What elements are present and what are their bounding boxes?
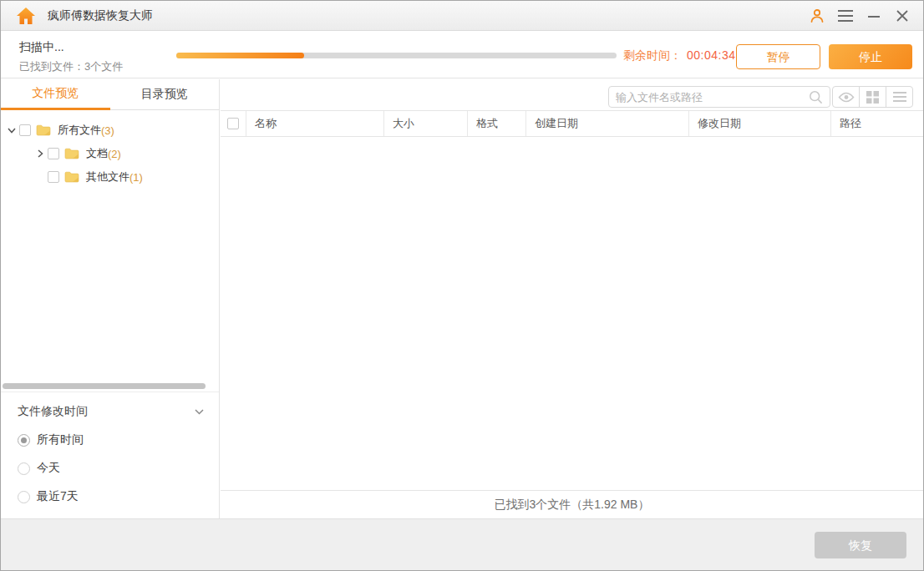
chevron-down-icon xyxy=(195,409,204,415)
list-view-button[interactable] xyxy=(886,87,912,107)
filter-panel: 文件修改时间 所有时间 今天 最近7天 自定义时段 xyxy=(1,392,219,533)
tree-item-label: 其他文件 xyxy=(86,169,129,184)
minimize-button[interactable] xyxy=(860,1,888,31)
search-input[interactable] xyxy=(609,88,809,106)
column-header-modified[interactable]: 修改日期 xyxy=(688,111,830,136)
radio-label: 所有时间 xyxy=(37,432,84,447)
filter-header[interactable]: 文件修改时间 xyxy=(1,392,219,419)
radio-label: 今天 xyxy=(37,461,60,476)
checkbox[interactable] xyxy=(48,171,59,183)
user-icon xyxy=(810,8,825,23)
select-all-cell xyxy=(221,111,246,136)
radio[interactable] xyxy=(18,462,30,475)
minimize-icon xyxy=(868,10,880,22)
sidebar: 文件预览 目录预览 所有文件(3) xyxy=(1,79,220,520)
bottom-bar: 恢复 xyxy=(1,518,923,570)
chevron-right-icon[interactable] xyxy=(34,148,46,159)
list-icon xyxy=(893,92,906,102)
checkbox[interactable] xyxy=(48,148,59,159)
search-icon[interactable] xyxy=(809,90,823,104)
folder-icon xyxy=(36,124,51,136)
tree-item-other-files[interactable]: 其他文件(1) xyxy=(1,165,219,189)
pause-button[interactable]: 暂停 xyxy=(736,44,820,69)
horizontal-scrollbar[interactable] xyxy=(3,383,206,389)
tree-item-label: 所有文件 xyxy=(58,123,101,138)
main-toolbar xyxy=(221,79,923,110)
app-title: 疯师傅数据恢复大师 xyxy=(48,8,153,23)
progress-fill xyxy=(176,53,304,58)
titlebar: 疯师傅数据恢复大师 xyxy=(1,1,923,31)
tab-directory-preview[interactable]: 目录预览 xyxy=(110,79,220,110)
filter-option-today[interactable]: 今天 xyxy=(1,461,219,476)
scan-found-text: 已找到文件：3个文件 xyxy=(19,59,123,74)
app-window: 疯师傅数据恢复大师 扫描中... 已 xyxy=(0,0,924,571)
menu-button[interactable] xyxy=(831,1,860,31)
file-list-empty-area xyxy=(221,138,923,490)
tree-item-count: (3) xyxy=(101,124,114,137)
filter-title: 文件修改时间 xyxy=(18,404,195,419)
remaining-time: 剩余时间： 00:04:34 xyxy=(623,48,736,63)
scan-status-text: 扫描中... xyxy=(19,40,64,55)
tree-item-label: 文档 xyxy=(86,146,108,161)
tree-item-count: (1) xyxy=(129,171,143,184)
search-box xyxy=(608,86,830,108)
main-panel: 名称 大小 格式 创建日期 修改日期 路径 已找到3个文件（共1.92 MB） xyxy=(221,79,923,518)
checkbox[interactable] xyxy=(19,124,31,136)
table-header: 名称 大小 格式 创建日期 修改日期 路径 xyxy=(221,110,923,137)
tab-file-preview[interactable]: 文件预览 xyxy=(1,79,110,110)
hamburger-icon xyxy=(838,10,853,22)
close-icon xyxy=(896,10,908,22)
tree-item-count: (2) xyxy=(108,148,121,160)
remaining-value: 00:04:34 xyxy=(687,48,736,63)
stop-button[interactable]: 停止 xyxy=(829,44,912,69)
select-all-checkbox[interactable] xyxy=(227,118,239,129)
preview-toggle-button[interactable] xyxy=(833,87,859,107)
folder-icon xyxy=(64,171,79,183)
account-button[interactable] xyxy=(803,1,831,31)
filter-option-last-7-days[interactable]: 最近7天 xyxy=(1,489,219,504)
radio-label: 最近7天 xyxy=(37,489,79,504)
view-switcher xyxy=(832,86,913,108)
radio-selected[interactable] xyxy=(18,434,30,447)
radio[interactable] xyxy=(18,491,30,503)
tree-item-documents[interactable]: 文档(2) xyxy=(1,142,219,165)
progress-bar xyxy=(176,53,617,58)
chevron-down-icon[interactable] xyxy=(6,124,18,136)
column-header-name[interactable]: 名称 xyxy=(246,111,383,136)
recover-button[interactable]: 恢复 xyxy=(815,532,906,558)
home-icon xyxy=(16,7,36,25)
column-header-path[interactable]: 路径 xyxy=(830,111,923,136)
folder-icon xyxy=(64,148,79,159)
file-tree: 所有文件(3) 文档(2) 其他文件 xyxy=(1,110,219,189)
remaining-label: 剩余时间： xyxy=(623,48,682,63)
grid-icon xyxy=(866,91,879,104)
eye-icon xyxy=(838,92,855,103)
grid-view-button[interactable] xyxy=(859,87,886,107)
scan-bar: 扫描中... 已找到文件：3个文件 剩余时间： 00:04:34 暂停 停止 xyxy=(1,32,923,78)
column-header-size[interactable]: 大小 xyxy=(383,111,467,136)
close-button[interactable] xyxy=(888,1,916,31)
column-header-created[interactable]: 创建日期 xyxy=(525,111,688,136)
sidebar-tabs: 文件预览 目录预览 xyxy=(1,79,219,110)
filter-option-all-time[interactable]: 所有时间 xyxy=(1,432,219,447)
result-summary: 已找到3个文件（共1.92 MB） xyxy=(221,490,923,518)
tree-item-all-files[interactable]: 所有文件(3) xyxy=(1,119,219,142)
column-header-format[interactable]: 格式 xyxy=(467,111,525,136)
